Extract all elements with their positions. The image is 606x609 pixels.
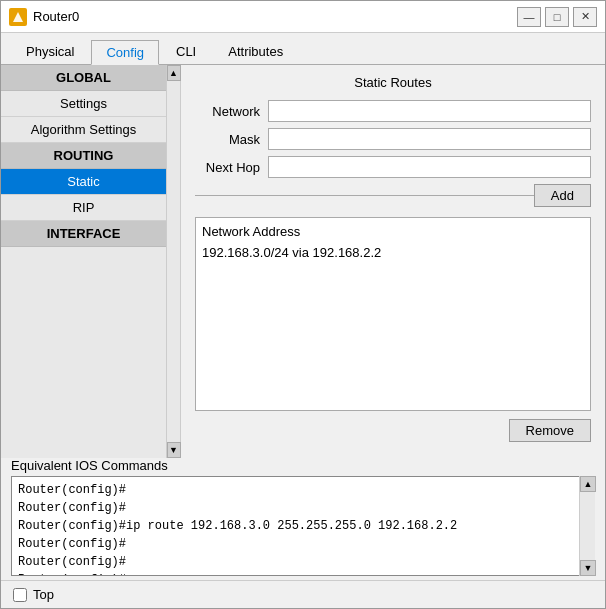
- close-button[interactable]: ✕: [573, 7, 597, 27]
- ios-scrollbar[interactable]: ▲ ▼: [579, 476, 595, 576]
- mask-input[interactable]: [268, 128, 591, 150]
- top-checkbox-wrapper[interactable]: Top: [13, 587, 54, 602]
- tab-physical[interactable]: Physical: [11, 39, 89, 64]
- sidebar-routing-header: ROUTING: [1, 143, 166, 169]
- nexthop-input[interactable]: [268, 156, 591, 178]
- add-button[interactable]: Add: [534, 184, 591, 207]
- remove-button[interactable]: Remove: [509, 419, 591, 442]
- network-address-title: Network Address: [202, 224, 584, 239]
- title-bar: Router0 — □ ✕: [1, 1, 605, 33]
- scroll-down-button[interactable]: ▼: [167, 442, 181, 458]
- minimize-button[interactable]: —: [517, 7, 541, 27]
- tab-cli[interactable]: CLI: [161, 39, 211, 64]
- sidebar-scrollbar[interactable]: ▲ ▼: [166, 65, 180, 458]
- ios-line-6: Router(config)#: [18, 571, 576, 576]
- nexthop-label: Next Hop: [195, 160, 260, 175]
- remove-actions: Remove: [195, 419, 591, 442]
- ios-label: Equivalent IOS Commands: [11, 458, 595, 473]
- footer-bar: Top: [1, 580, 605, 608]
- window-controls: — □ ✕: [517, 7, 597, 27]
- tab-attributes[interactable]: Attributes: [213, 39, 298, 64]
- section-title: Static Routes: [195, 75, 591, 90]
- ios-line-1: Router(config)#: [18, 481, 576, 499]
- network-row: Network: [195, 100, 591, 122]
- ios-line-2: Router(config)#: [18, 499, 576, 517]
- sidebar: GLOBAL Settings Algorithm Settings ROUTI…: [1, 65, 181, 458]
- ios-scroll-up[interactable]: ▲: [580, 476, 596, 492]
- mask-row: Mask: [195, 128, 591, 150]
- main-window: Router0 — □ ✕ Physical Config CLI Attrib…: [0, 0, 606, 609]
- ios-line-4: Router(config)#: [18, 535, 576, 553]
- tab-bar: Physical Config CLI Attributes: [1, 33, 605, 65]
- mask-label: Mask: [195, 132, 260, 147]
- form-actions: Add: [195, 184, 591, 207]
- ios-line-3: Router(config)#ip route 192.168.3.0 255.…: [18, 517, 576, 535]
- top-label: Top: [33, 587, 54, 602]
- app-icon: [9, 8, 27, 26]
- main-content: GLOBAL Settings Algorithm Settings ROUTI…: [1, 65, 605, 458]
- sidebar-item-static[interactable]: Static: [1, 169, 166, 195]
- nexthop-row: Next Hop: [195, 156, 591, 178]
- tab-config[interactable]: Config: [91, 40, 159, 65]
- sidebar-interface-header: INTERFACE: [1, 221, 166, 247]
- ios-terminal-wrapper: Router(config)# Router(config)# Router(c…: [11, 476, 595, 576]
- ios-line-5: Router(config)#: [18, 553, 576, 571]
- right-panel: Static Routes Network Mask Next Hop Add: [181, 65, 605, 458]
- ios-scroll-down[interactable]: ▼: [580, 560, 596, 576]
- ios-terminal: Router(config)# Router(config)# Router(c…: [11, 476, 595, 576]
- top-checkbox[interactable]: [13, 588, 27, 602]
- sidebar-item-algorithm[interactable]: Algorithm Settings: [1, 117, 166, 143]
- sidebar-global-header: GLOBAL: [1, 65, 166, 91]
- network-address-entry: 192.168.3.0/24 via 192.168.2.2: [202, 245, 584, 260]
- bottom-section: Equivalent IOS Commands Router(config)# …: [1, 458, 605, 580]
- maximize-button[interactable]: □: [545, 7, 569, 27]
- scroll-up-button[interactable]: ▲: [167, 65, 181, 81]
- scroll-track: [167, 81, 180, 442]
- ios-scroll-track: [580, 492, 595, 560]
- window-title: Router0: [33, 9, 517, 24]
- sidebar-item-settings[interactable]: Settings: [1, 91, 166, 117]
- network-input[interactable]: [268, 100, 591, 122]
- network-address-box: Network Address 192.168.3.0/24 via 192.1…: [195, 217, 591, 411]
- sidebar-item-rip[interactable]: RIP: [1, 195, 166, 221]
- sidebar-nav: GLOBAL Settings Algorithm Settings ROUTI…: [1, 65, 166, 458]
- divider-line: [195, 195, 534, 196]
- network-label: Network: [195, 104, 260, 119]
